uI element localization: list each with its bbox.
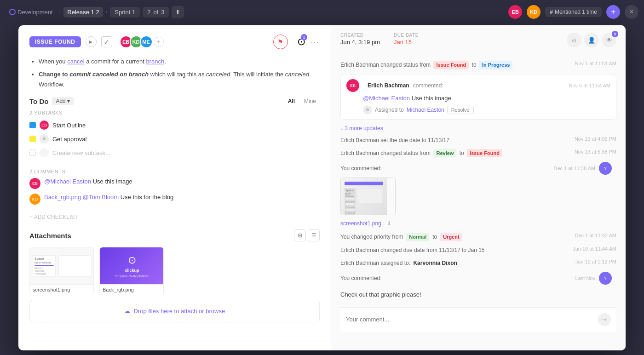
activity-entry-6: You changed priority from Normal to Urge… bbox=[340, 233, 616, 241]
attachment-2[interactable]: ⊙ clickup the productivity platform Back… bbox=[99, 247, 164, 295]
activity-entry-1: Erlich Bachman changed status from Issue… bbox=[340, 61, 616, 69]
activity-8-time: Jan 12 at 1:12 PM bbox=[575, 259, 616, 264]
send-button[interactable]: → bbox=[598, 313, 611, 326]
github-wrapper: ⊙ 1 bbox=[297, 36, 305, 48]
subtask-2[interactable]: ⚙ Get approval bbox=[29, 132, 320, 146]
mini-row: Space Build Website Research Calendar Pr… bbox=[345, 188, 383, 215]
comment-2-filename[interactable]: Back_rgb.png bbox=[44, 194, 81, 200]
add-checklist-button[interactable]: + ADD CHECKLIST bbox=[29, 214, 320, 220]
comment-2-mention[interactable]: @Tom Bloom bbox=[83, 194, 119, 200]
change-to-label: Change to commit canceled on branch bbox=[39, 71, 149, 78]
breadcrumb-development[interactable]: Development bbox=[6, 7, 57, 17]
branch-link[interactable]: branch bbox=[146, 58, 164, 65]
attachments-header: Attachments ⊞ ☰ bbox=[29, 229, 320, 241]
play-button[interactable]: ▶ bbox=[86, 36, 97, 47]
browse-link[interactable]: browse bbox=[206, 308, 225, 315]
right-panel: CREATED Jun 4, 3:19 pm DUE DATE Jan 15 ☺… bbox=[331, 25, 626, 350]
attachment-1[interactable]: Space Build Website Mockup Website Proto… bbox=[29, 247, 94, 295]
user-avatar-1[interactable]: EB bbox=[508, 5, 522, 19]
user-avatar-2[interactable]: KD bbox=[527, 5, 540, 19]
screenshot-preview[interactable]: Space Build Website Research Calendar Pr… bbox=[340, 178, 396, 215]
comment-5-header-row: You commented: Dec 1 at 11:38 AM Y bbox=[340, 162, 616, 175]
upload-button[interactable]: ⬆ bbox=[172, 6, 184, 18]
more-options-button[interactable]: ··· bbox=[310, 37, 320, 47]
assigned-row: ⚙ Assigned to Michael Easton Resolve bbox=[346, 105, 610, 115]
comments-section: 2 COMMENTS EB @Michael Easton Use this i… bbox=[29, 169, 320, 205]
comment-1-body: Use this image bbox=[93, 178, 132, 185]
drop-icon: ☁ bbox=[124, 308, 130, 315]
eye-count: 9 bbox=[612, 31, 618, 37]
comment-9-avatar: Y bbox=[599, 272, 612, 285]
activity-7-text: Erlich Bachman changed due date from 11/… bbox=[340, 246, 568, 254]
flag-button[interactable]: ⚑ bbox=[273, 34, 288, 49]
activity-entry-8: Erlich Bachman assigned to: Karvonnia Di… bbox=[340, 259, 616, 267]
resolve-button[interactable]: Resolve bbox=[447, 106, 474, 114]
more-updates-toggle[interactable]: ↓ 3 more updates bbox=[340, 125, 616, 132]
subtask-1-color bbox=[29, 122, 36, 128]
created-meta: CREATED Jun 4, 3:19 pm bbox=[340, 33, 380, 47]
view-toggle: ⊞ ☰ bbox=[294, 229, 320, 241]
comment-input[interactable] bbox=[346, 316, 594, 323]
assignee-3[interactable]: ME bbox=[140, 35, 153, 48]
comment-9-time: Last Nov bbox=[575, 275, 595, 281]
comment-author-2: Erlich Bachman bbox=[368, 82, 409, 89]
comment-1-avatar: EB bbox=[29, 178, 40, 189]
upload-icon: ⬆ bbox=[175, 9, 180, 16]
cancel-link[interactable]: cancel bbox=[67, 58, 85, 65]
filter-all-tab[interactable]: All bbox=[284, 97, 299, 105]
check-button[interactable]: ✓ bbox=[101, 36, 112, 47]
github-badge: 1 bbox=[301, 34, 307, 40]
sprint-box[interactable]: Sprint 1 bbox=[110, 7, 140, 17]
comment-header-2: EB Erlich Bachman commented: Nov 5 at 11… bbox=[346, 79, 610, 92]
comment-input-row: → bbox=[340, 307, 616, 332]
comment-mention-2[interactable]: @Michael Easton bbox=[363, 95, 410, 102]
subtask-1[interactable]: EB Start Outline bbox=[29, 118, 320, 132]
list-view-button[interactable]: ☰ bbox=[308, 229, 320, 241]
filter-mine-tab[interactable]: Mine bbox=[300, 97, 320, 105]
attachment-2-name: Back_rgb.png bbox=[100, 284, 163, 295]
left-panel: Issue Found ▶ ✓ EB KD ME + ⚑ ⊙ 1 ··· Whe… bbox=[18, 25, 331, 350]
eye-button[interactable]: 👁 9 bbox=[602, 33, 616, 47]
status-to-1: In Progress bbox=[479, 61, 513, 69]
comment-1: EB @Michael Easton Use this image bbox=[29, 178, 320, 189]
page-of: of bbox=[153, 9, 158, 16]
comment-body-2: @Michael Easton Use this image bbox=[346, 95, 610, 102]
filter-tabs: All Mine bbox=[284, 97, 320, 105]
priority-normal: Normal bbox=[406, 233, 429, 241]
download-icon[interactable]: ⬇ bbox=[387, 220, 391, 227]
mini-left: Space Build Website Research Calendar Pr… bbox=[345, 188, 356, 215]
page-nav[interactable]: 2 of 3 bbox=[143, 7, 169, 17]
breadcrumb-release[interactable]: Release 1.2 bbox=[63, 7, 103, 17]
comment-5-avatar: Y bbox=[599, 162, 612, 175]
attachment-1-name: screenshot1.png bbox=[30, 284, 93, 295]
todo-section: To Do Add ▾ All Mine 2 SUBTASKS EB Start… bbox=[29, 97, 320, 160]
issue-found-badge: Issue Found bbox=[29, 36, 81, 47]
activity-7-time: Jan 10 at 11:44 AM bbox=[573, 246, 616, 252]
comment-entry-2: EB Erlich Bachman commented: Nov 5 at 11… bbox=[340, 74, 616, 120]
due-value: Jan 15 bbox=[394, 39, 419, 46]
add-button[interactable]: + bbox=[606, 5, 620, 19]
drop-zone[interactable]: ☁ Drop files here to attach or browse bbox=[29, 300, 320, 322]
comment-2-avatar: KD bbox=[29, 194, 40, 205]
status-from-4: Review bbox=[433, 149, 456, 158]
new-subtask-row[interactable]: Create new subtask... bbox=[29, 146, 320, 160]
grid-view-button[interactable]: ⊞ bbox=[294, 229, 306, 241]
new-subtask-icon bbox=[29, 149, 36, 156]
todo-title: To Do bbox=[29, 97, 48, 105]
canceled-workflow-text: canceled bbox=[285, 71, 309, 78]
person-button[interactable]: 👤 bbox=[584, 33, 599, 47]
top-bar: Development › Release 1.2 › Sprint 1 2 o… bbox=[0, 0, 644, 24]
smiley-button[interactable]: ☺ bbox=[567, 33, 581, 47]
screenshot-link[interactable]: screenshot1.png bbox=[340, 220, 381, 227]
comment-1-author[interactable]: @Michael Easton bbox=[44, 178, 91, 185]
subtask-count: 2 SUBTASKS bbox=[29, 110, 320, 115]
mentioned-badge[interactable]: # Mentioned 1 time bbox=[545, 7, 602, 17]
activity-4-time: Nov 13 at 5:38 PM bbox=[575, 149, 616, 155]
add-assignee-button[interactable]: + bbox=[154, 37, 164, 47]
canceled-text: canceled bbox=[206, 71, 230, 78]
page-total: 3 bbox=[161, 9, 164, 16]
close-button[interactable]: × bbox=[625, 5, 638, 19]
meta-icons: ☺ 👤 👁 9 bbox=[567, 33, 616, 47]
todo-add-button[interactable]: Add ▾ bbox=[52, 97, 73, 105]
activity-3-time: Nov 13 at 4:06 PM bbox=[575, 136, 616, 142]
